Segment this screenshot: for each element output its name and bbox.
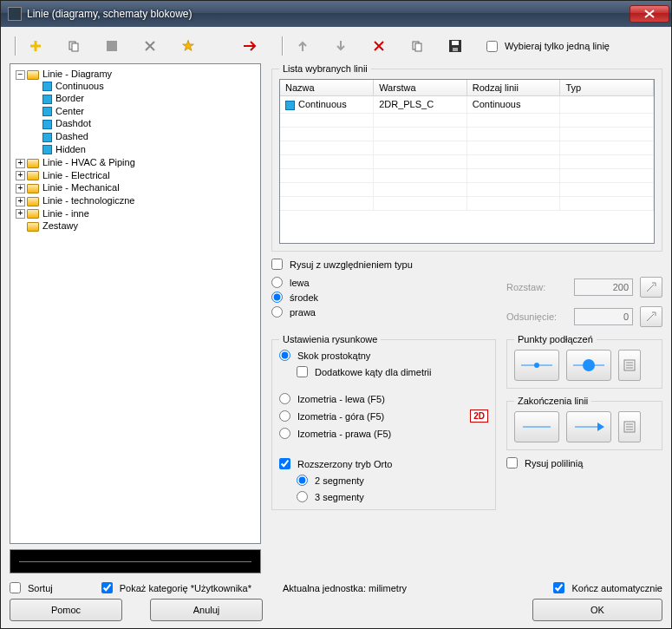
extended-ortho-checkbox[interactable]: Rozszerzony tryb Orto bbox=[279, 458, 488, 469]
titlebar[interactable]: Linie (diagramy, schematy blokowe) bbox=[1, 1, 671, 27]
line-end-settings-button[interactable] bbox=[618, 411, 641, 442]
tree-folder[interactable]: +Linie - technologiczne bbox=[16, 194, 257, 207]
conn-points-legend: Punkty podłączeń bbox=[514, 334, 597, 344]
tree-folder[interactable]: +Linie - inne bbox=[16, 207, 257, 220]
show-user-category-checkbox[interactable]: Pokaż kategorię *Użytkownika* bbox=[101, 582, 251, 593]
line-icon bbox=[42, 107, 52, 116]
help-button[interactable]: Pomoc bbox=[10, 599, 122, 621]
category-tree[interactable]: −Linie - Diagramy Continuous Border Cent… bbox=[10, 63, 261, 544]
tree-leaf[interactable]: Center bbox=[31, 105, 257, 118]
tree-leaf[interactable]: Dashdot bbox=[31, 117, 257, 130]
sort-checkbox[interactable]: Sortuj bbox=[10, 582, 53, 593]
tree-leaf[interactable]: Dashed bbox=[31, 130, 257, 143]
auto-end-checkbox[interactable]: Kończ automatycznie bbox=[553, 582, 662, 593]
spacing-label: Rozstaw: bbox=[506, 282, 567, 292]
delete-button[interactable] bbox=[140, 36, 160, 56]
iso-left-radio[interactable]: Izometria - lewa (F5) bbox=[279, 393, 488, 404]
folder-icon bbox=[27, 171, 39, 180]
close-button[interactable] bbox=[630, 5, 669, 23]
tree-leaf[interactable]: Border bbox=[31, 92, 257, 105]
tree-folder[interactable]: −Linie - Diagramy Continuous Border Cent… bbox=[16, 68, 257, 156]
ortho-radio[interactable]: Skok prostokątny bbox=[279, 350, 488, 361]
conn-point-big-button[interactable] bbox=[566, 350, 611, 381]
seg2-radio[interactable]: 2 segmenty bbox=[297, 475, 488, 486]
svg-rect-4 bbox=[415, 43, 421, 51]
line-end-none-button[interactable] bbox=[514, 411, 559, 442]
tree-folder[interactable]: Zestawy bbox=[16, 219, 257, 233]
app-icon bbox=[8, 7, 22, 21]
window-title: Linie (diagramy, schematy blokowe) bbox=[27, 8, 630, 20]
spacing-input[interactable] bbox=[574, 278, 633, 296]
line-icon bbox=[285, 101, 295, 110]
dialog-window: Linie (diagramy, schematy blokowe) bbox=[0, 0, 672, 629]
stop-button[interactable] bbox=[101, 36, 122, 56]
iso-top-radio[interactable]: Izometria - góra (F5) bbox=[279, 410, 384, 422]
transfer-right-button[interactable] bbox=[240, 36, 261, 56]
conn-point-settings-button[interactable] bbox=[618, 350, 641, 381]
2d-badge: 2D bbox=[470, 410, 488, 423]
drawing-settings-group: Ustawienia rysunkowe Skok prostokątny Do… bbox=[271, 334, 496, 510]
folder-icon bbox=[27, 184, 39, 193]
svg-rect-1 bbox=[72, 43, 78, 51]
line-ends-legend: Zakończenia linii bbox=[514, 396, 591, 406]
move-down-button[interactable] bbox=[330, 36, 351, 56]
svg-rect-7 bbox=[453, 48, 458, 51]
select-one-line-checkbox[interactable]: Wybieraj tylko jedną linię bbox=[486, 41, 610, 52]
line-preview bbox=[10, 549, 261, 573]
table-row[interactable]: Continuous 2DR_PLS_C Continuous bbox=[280, 96, 654, 114]
tree-folder[interactable]: +Linie - HVAC & Piping bbox=[16, 156, 257, 169]
line-icon bbox=[42, 95, 52, 104]
align-center-radio[interactable]: środek bbox=[271, 292, 318, 303]
polyline-checkbox[interactable]: Rysuj polilinią bbox=[506, 457, 662, 468]
tree-leaf[interactable]: Hidden bbox=[31, 143, 257, 156]
svg-point-9 bbox=[534, 363, 539, 368]
separator-icon bbox=[282, 36, 284, 56]
drawing-legend: Ustawienia rysunkowe bbox=[279, 334, 381, 344]
align-right-radio[interactable]: prawa bbox=[271, 306, 318, 318]
align-left-radio[interactable]: lewa bbox=[271, 277, 318, 288]
folder-icon bbox=[27, 197, 39, 206]
move-up-button[interactable] bbox=[292, 36, 313, 56]
offset-input[interactable] bbox=[574, 308, 633, 325]
folder-icon bbox=[27, 209, 39, 219]
selected-lines-legend: Lista wybranych linii bbox=[279, 63, 371, 74]
line-icon bbox=[42, 145, 52, 154]
remove-button[interactable] bbox=[369, 36, 389, 56]
spacing-pick-button[interactable] bbox=[640, 277, 662, 298]
draw-by-type-checkbox[interactable]: Rysuj z uwzględnieniem typu bbox=[271, 259, 662, 270]
copy-button[interactable] bbox=[63, 36, 84, 56]
conn-point-small-button[interactable] bbox=[514, 350, 559, 381]
folder-icon bbox=[27, 222, 39, 232]
folder-icon bbox=[27, 159, 39, 168]
svg-point-11 bbox=[583, 359, 595, 371]
line-ends-group: Zakończenia linii bbox=[506, 396, 662, 450]
selected-lines-table[interactable]: Nazwa Warstwa Rodzaj linii Typ Continuou… bbox=[279, 79, 655, 244]
selected-lines-group: Lista wybranych linii Nazwa Warstwa Rodz… bbox=[271, 63, 662, 252]
seg3-radio[interactable]: 3 segmenty bbox=[297, 491, 488, 502]
favorite-button[interactable] bbox=[178, 36, 199, 56]
save-button[interactable] bbox=[445, 36, 466, 56]
line-icon bbox=[42, 133, 52, 142]
line-icon bbox=[42, 120, 52, 129]
svg-rect-6 bbox=[452, 41, 459, 45]
cancel-button[interactable]: Anuluj bbox=[150, 599, 263, 621]
line-icon bbox=[42, 82, 52, 91]
tree-folder[interactable]: +Linie - Mechanical bbox=[16, 181, 257, 194]
connection-points-group: Punkty podłączeń bbox=[506, 334, 662, 389]
toolbar-row: Wybieraj tylko jedną linię bbox=[10, 34, 662, 58]
line-end-arrow-button[interactable] bbox=[566, 411, 611, 442]
tree-leaf[interactable]: Continuous bbox=[31, 80, 257, 93]
extra-angles-checkbox[interactable]: Dodatkowe kąty dla dimetrii bbox=[297, 366, 488, 377]
folder-open-icon bbox=[27, 70, 39, 80]
separator-icon bbox=[15, 36, 16, 56]
iso-right-radio[interactable]: Izometria - prawa (F5) bbox=[279, 428, 488, 439]
offset-pick-button[interactable] bbox=[640, 306, 662, 327]
ok-button[interactable]: OK bbox=[532, 599, 662, 621]
add-button[interactable] bbox=[25, 36, 46, 56]
svg-rect-2 bbox=[107, 41, 117, 51]
offset-label: Odsunięcie: bbox=[506, 311, 567, 322]
units-label: Aktualna jednostka: milimetry bbox=[283, 583, 407, 593]
copy2-button[interactable] bbox=[407, 36, 427, 56]
tree-folder[interactable]: +Linie - Electrical bbox=[16, 169, 257, 182]
